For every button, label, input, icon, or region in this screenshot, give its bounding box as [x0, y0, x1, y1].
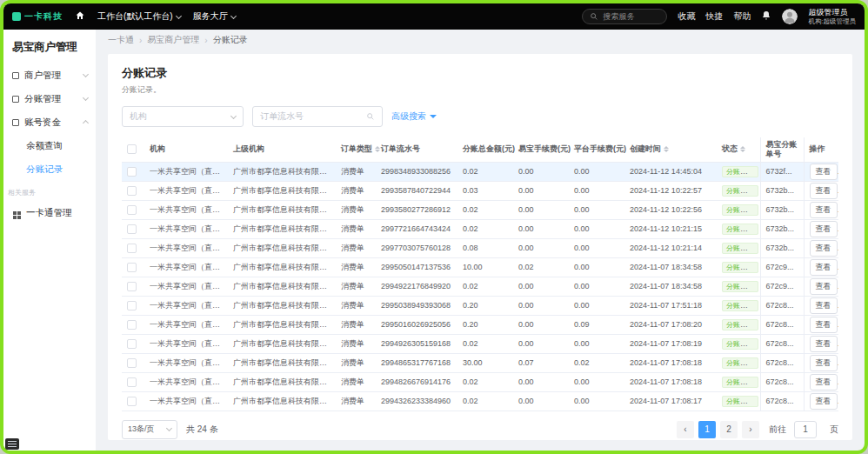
sidebar-item-balance-query[interactable]: 余额查询: [3, 134, 96, 157]
table-row[interactable]: 一米共享空间（直营）广州市都享信息科技有限公司消费单29977216647434…: [122, 219, 838, 238]
select-all-checkbox[interactable]: [127, 144, 137, 154]
view-button[interactable]: 查看: [810, 164, 838, 180]
cell-split-no: 6732f...: [760, 162, 804, 181]
row-checkbox[interactable]: [127, 224, 137, 234]
page-size-select[interactable]: 13条/页: [122, 420, 177, 439]
table-row[interactable]: 一米共享空间（直营）广州市都享信息科技有限公司消费单29949221768499…: [122, 277, 838, 296]
row-checkbox[interactable]: [127, 186, 137, 196]
cell-platform-fee: 0.00: [569, 238, 624, 257]
bell-icon[interactable]: [761, 9, 771, 24]
row-checkbox[interactable]: [127, 397, 137, 406]
table-row[interactable]: 一米共享空间（直营）广州市都享信息科技有限公司消费单29948653177671…: [122, 353, 838, 372]
table-row[interactable]: 一米共享空间（直营）广州市都享信息科技有限公司消费单29983489330882…: [122, 162, 838, 181]
table-row[interactable]: 一米共享空间（直营）广州市都享信息科技有限公司消费单29935878407229…: [122, 181, 838, 200]
breadcrumb-separator: ›: [139, 36, 142, 45]
table-header-row: 机构 上级机构 订单类型 订单流水号 分账总金额(元) 易宝手续费(元) 平台手…: [122, 137, 838, 162]
home-icon[interactable]: [75, 9, 85, 24]
status-badge: 分账成功: [722, 338, 758, 350]
page-button-1[interactable]: 1: [698, 421, 716, 438]
user-info[interactable]: 超级管理员 机构:超级管理员: [808, 8, 856, 26]
avatar[interactable]: [782, 9, 798, 24]
row-checkbox[interactable]: [127, 244, 137, 253]
cell-created: 2024-11-07 17:08:20: [624, 315, 717, 334]
table-row[interactable]: 一米共享空间（直营）广州市都享信息科技有限公司消费单29950160269250…: [122, 315, 838, 334]
cell-created: 2024-11-07 17:08:18: [624, 353, 717, 372]
cell-order-type: 消费单: [336, 391, 376, 411]
row-checkbox[interactable]: [127, 358, 137, 368]
advanced-search-button[interactable]: 高级搜索: [391, 110, 437, 123]
shortcuts-link[interactable]: 快捷: [705, 10, 723, 23]
cell-parent-org: 广州市都享信息科技有限公司: [228, 200, 336, 219]
global-search-input[interactable]: 搜索服务: [582, 9, 667, 24]
view-button[interactable]: 查看: [810, 278, 838, 295]
row-checkbox[interactable]: [127, 263, 137, 272]
view-button[interactable]: 查看: [810, 240, 838, 257]
sidebar-item-merchant-mgmt[interactable]: 商户管理: [3, 63, 96, 87]
hamburger-menu-icon[interactable]: [5, 438, 19, 450]
cell-order-no: 2994826676914176: [376, 372, 457, 391]
view-button[interactable]: 查看: [810, 336, 838, 352]
col-status[interactable]: 状态: [717, 137, 760, 162]
sidebar-item-account-funds[interactable]: 账号资金: [3, 110, 96, 134]
view-button[interactable]: 查看: [810, 317, 838, 333]
service-hall-menu[interactable]: 服务大厅: [193, 10, 236, 23]
cell-split-no: 672c8...: [760, 353, 804, 372]
row-checkbox[interactable]: [127, 320, 137, 330]
row-checkbox[interactable]: [127, 377, 137, 387]
view-button[interactable]: 查看: [810, 355, 838, 371]
table-row[interactable]: 一米共享空间（直营）广州市都享信息科技有限公司消费单29977030757601…: [122, 238, 838, 257]
view-button[interactable]: 查看: [810, 259, 838, 276]
favorites-link[interactable]: 收藏: [678, 10, 695, 23]
cell-platform-fee: 0.00: [569, 296, 624, 315]
breadcrumb-item[interactable]: 一卡通: [108, 34, 134, 46]
chevron-down-icon: [83, 71, 89, 77]
sort-icon[interactable]: [664, 144, 669, 155]
cell-yeepay-fee: 0.00: [513, 219, 569, 238]
workspace-menu[interactable]: 工作台(默认工作台): [97, 10, 181, 23]
view-button[interactable]: 查看: [810, 393, 838, 410]
table-row[interactable]: 一米共享空间（直营）广州市都享信息科技有限公司消费单29948266769141…: [122, 372, 838, 391]
next-page-button[interactable]: ›: [742, 421, 759, 438]
sidebar-item-onecard-mgmt[interactable]: 一卡通管理: [3, 201, 96, 224]
sidebar-title: 易宝商户管理: [3, 30, 96, 63]
table-row[interactable]: 一米共享空间（直营）广州市都享信息科技有限公司消费单29950501471375…: [122, 257, 838, 277]
cell-split-amount: 0.03: [457, 181, 513, 200]
sidebar-item-split-mgmt[interactable]: 分账管理: [3, 87, 96, 110]
table-row[interactable]: 一米共享空间（直营）广州市都享信息科技有限公司消费单29943262333849…: [122, 391, 838, 411]
chevron-down-icon: [230, 112, 237, 118]
row-checkbox[interactable]: [127, 205, 137, 215]
breadcrumb-item[interactable]: 易宝商户管理: [147, 34, 199, 46]
table-row[interactable]: 一米共享空间（直营）广州市都享信息科技有限公司消费单29935802772869…: [122, 200, 838, 219]
sort-icon[interactable]: [740, 144, 745, 155]
row-checkbox[interactable]: [127, 339, 137, 349]
main-content: 一卡通 › 易宝商户管理 › 分账记录 分账记录 分账记录。 机构 订单流水号: [96, 30, 865, 451]
view-button[interactable]: 查看: [810, 183, 838, 199]
cell-parent-org: 广州市都享信息科技有限公司: [228, 353, 336, 372]
cell-split-no: 6732b...: [760, 238, 804, 257]
view-button[interactable]: 查看: [810, 202, 838, 218]
col-created[interactable]: 创建时间: [624, 137, 717, 162]
col-order-type[interactable]: 订单类型: [336, 137, 376, 162]
row-checkbox[interactable]: [127, 167, 137, 177]
view-button[interactable]: 查看: [810, 297, 838, 314]
app-logo[interactable]: 一卡科技: [12, 10, 63, 23]
cell-org: 一米共享空间（直营）: [144, 181, 228, 200]
sidebar-item-split-records[interactable]: 分账记录: [3, 157, 96, 181]
order-no-input[interactable]: 订单流水号: [252, 106, 383, 127]
cell-split-amount: 0.08: [457, 238, 513, 257]
goto-page-input[interactable]: [794, 421, 817, 438]
cell-status: 分账成功: [717, 296, 760, 315]
prev-page-button[interactable]: ‹: [677, 421, 694, 438]
row-checkbox[interactable]: [127, 301, 137, 310]
page-button-2[interactable]: 2: [720, 421, 738, 438]
sort-icon[interactable]: [375, 144, 380, 155]
cell-org: 一米共享空间（直营）: [144, 315, 228, 334]
view-button[interactable]: 查看: [810, 221, 838, 237]
view-button[interactable]: 查看: [810, 374, 838, 391]
help-link[interactable]: 帮助: [733, 10, 751, 23]
org-select[interactable]: 机构: [122, 106, 244, 127]
table-row[interactable]: 一米共享空间（直营）广州市都享信息科技有限公司消费单29950389493930…: [122, 296, 838, 315]
sidebar-subitem-label: 余额查询: [26, 140, 63, 152]
row-checkbox[interactable]: [127, 282, 137, 291]
table-row[interactable]: 一米共享空间（直营）广州市都享信息科技有限公司消费单29949263051591…: [122, 334, 838, 353]
